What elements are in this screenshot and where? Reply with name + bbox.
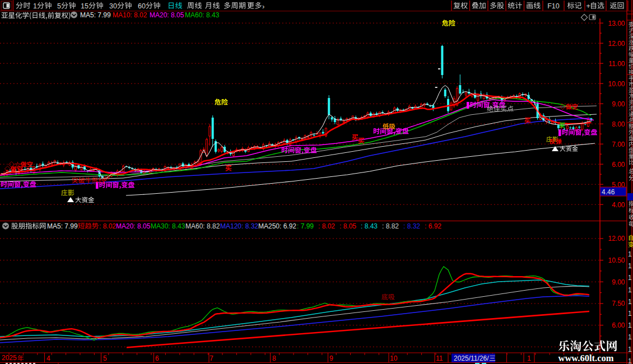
svg-text:10.00: 10.00 bbox=[608, 80, 625, 88]
svg-text:1: 1 bbox=[628, 310, 632, 318]
svg-text:2025/11/26/: 2025/11/26/ bbox=[454, 354, 489, 362]
svg-text:: 8.32: : 8.32 bbox=[403, 222, 420, 230]
svg-text:MA30: 8.43: MA30: 8.43 bbox=[151, 222, 185, 230]
svg-text:8: 8 bbox=[272, 354, 276, 362]
svg-text:MA20: 8.05: MA20: 8.05 bbox=[116, 222, 151, 230]
svg-text:3: 3 bbox=[109, 2, 113, 10]
svg-text:9: 9 bbox=[329, 354, 333, 362]
svg-text:9.00: 9.00 bbox=[612, 278, 625, 286]
svg-text:1: 1 bbox=[628, 298, 632, 306]
svg-text:9.00: 9.00 bbox=[612, 100, 625, 108]
svg-text:5: 5 bbox=[85, 2, 89, 10]
svg-text:MA120: 8.32: MA120: 8.32 bbox=[220, 222, 258, 230]
svg-text:›: › bbox=[262, 2, 264, 11]
svg-text:0: 0 bbox=[142, 2, 146, 10]
svg-text:MA5: 7.99: MA5: 7.99 bbox=[80, 11, 111, 19]
svg-text:7: 7 bbox=[210, 354, 213, 362]
svg-text:12.00: 12.00 bbox=[608, 40, 625, 48]
svg-text:6.00: 6.00 bbox=[612, 161, 625, 169]
svg-text:11.00: 11.00 bbox=[608, 60, 625, 68]
svg-text:5: 5 bbox=[103, 354, 107, 362]
svg-text:11: 11 bbox=[436, 354, 443, 362]
svg-text:2025: 2025 bbox=[2, 354, 17, 362]
svg-text:13.00: 13.00 bbox=[608, 20, 625, 27]
svg-text:www.60lt.com: www.60lt.com bbox=[558, 353, 614, 363]
svg-text:1: 1 bbox=[527, 354, 531, 362]
svg-text:1: 1 bbox=[628, 286, 632, 294]
svg-text:: 8.02: : 8.02 bbox=[99, 222, 116, 230]
svg-text:6: 6 bbox=[155, 354, 159, 362]
svg-text:: 6.92: : 6.92 bbox=[425, 222, 441, 230]
svg-text:6: 6 bbox=[138, 2, 142, 10]
svg-text:1: 1 bbox=[628, 333, 632, 341]
svg-text:1: 1 bbox=[81, 2, 85, 10]
svg-text:12.00: 12.00 bbox=[608, 235, 625, 242]
svg-text:+: + bbox=[587, 2, 590, 10]
svg-text:4: 4 bbox=[46, 354, 50, 362]
svg-text:1: 1 bbox=[628, 321, 632, 329]
svg-text:MA10: 8.02: MA10: 8.02 bbox=[113, 11, 147, 19]
svg-text:1: 1 bbox=[628, 357, 632, 364]
svg-text:5: 5 bbox=[57, 2, 61, 10]
svg-text:4.00: 4.00 bbox=[612, 201, 625, 209]
svg-text:MA60: 8.43: MA60: 8.43 bbox=[185, 11, 220, 19]
svg-text:7.50: 7.50 bbox=[612, 300, 625, 307]
svg-text:1: 1 bbox=[33, 2, 37, 10]
svg-text:4.46: 4.46 bbox=[602, 188, 615, 196]
svg-text:MA20: 8.05: MA20: 8.05 bbox=[150, 11, 184, 19]
svg-text:8.00: 8.00 bbox=[612, 120, 625, 128]
svg-text:MA250: 6.92: MA250: 6.92 bbox=[258, 222, 296, 230]
svg-text:F10: F10 bbox=[547, 2, 560, 10]
svg-text:: 8.05: : 8.05 bbox=[339, 222, 356, 230]
svg-text:10.50: 10.50 bbox=[608, 256, 625, 264]
svg-text:: 7.99: : 7.99 bbox=[297, 222, 314, 230]
svg-text:1: 1 bbox=[628, 262, 632, 270]
svg-text:MA5: 7.99: MA5: 7.99 bbox=[47, 222, 78, 230]
svg-text:: 8.82: : 8.82 bbox=[382, 222, 399, 230]
svg-text:MA60: 8.82: MA60: 8.82 bbox=[185, 222, 220, 230]
svg-text:: 8.43: : 8.43 bbox=[361, 222, 378, 230]
svg-text:7.00: 7.00 bbox=[612, 141, 625, 148]
svg-text:1: 1 bbox=[628, 346, 632, 353]
svg-text:: 8.02: : 8.02 bbox=[318, 222, 335, 230]
svg-text:6.00: 6.00 bbox=[612, 321, 625, 329]
svg-text:10: 10 bbox=[390, 354, 398, 362]
svg-text:1: 1 bbox=[628, 250, 632, 258]
svg-text:1: 1 bbox=[628, 274, 632, 282]
svg-text:0: 0 bbox=[113, 2, 117, 10]
